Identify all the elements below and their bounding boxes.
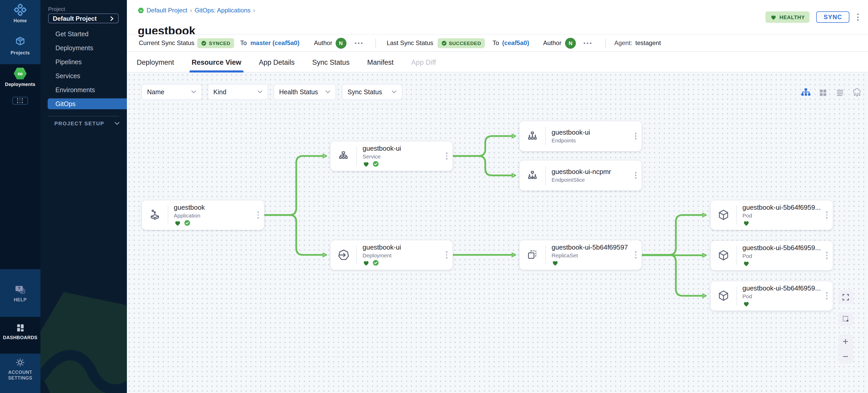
- breadcrumb-link-applications[interactable]: GitOps: Applications: [194, 7, 250, 14]
- deployment-icon: [331, 240, 356, 270]
- commit-more-button[interactable]: [353, 41, 364, 45]
- sync-button[interactable]: SYNC: [816, 11, 849, 23]
- network-view-button[interactable]: [851, 87, 863, 98]
- divider: [375, 39, 376, 47]
- grid-view-button[interactable]: [817, 87, 829, 98]
- agent-label: Agent:: [614, 39, 632, 46]
- selection-mode-button[interactable]: [838, 312, 853, 326]
- header-actions: HEALTHY SYNC: [766, 11, 860, 23]
- rail-item-account-settings[interactable]: ACCOUNT SETTINGS: [0, 357, 40, 381]
- resource-node-deployment[interactable]: guestbook-ui Deployment: [331, 240, 453, 270]
- node-menu-button[interactable]: [633, 131, 638, 141]
- tab-bar: Deployment Resource View App Details Syn…: [127, 52, 868, 72]
- tab-deployment[interactable]: Deployment: [137, 52, 174, 72]
- node-menu-button[interactable]: [824, 250, 829, 260]
- help-chat-icon: ?: [14, 285, 26, 295]
- rail-item-projects[interactable]: Projects: [0, 36, 40, 56]
- infinity-glyph: ∞: [18, 71, 23, 76]
- sidebar-item-gitops[interactable]: GitOps: [48, 98, 127, 109]
- resource-tree-canvas[interactable]: Name Kind Health Status Sync Status: [127, 72, 868, 393]
- rail-item-label: DASHBOARDS: [3, 335, 37, 340]
- tab-resource-view[interactable]: Resource View: [192, 52, 241, 72]
- filter-kind[interactable]: Kind: [208, 84, 268, 100]
- current-revision-link[interactable]: master (ceaf5a0): [250, 39, 299, 46]
- rail-item-help[interactable]: ? HELP: [0, 285, 40, 303]
- grid-dots-icon: [12, 97, 28, 105]
- project-setup-toggle[interactable]: PROJECT SETUP: [54, 121, 120, 126]
- rail-item-label: Home: [13, 18, 27, 24]
- gitops-hexagon-icon: ∞: [138, 7, 144, 13]
- sidebar-item-get-started[interactable]: Get Started: [40, 28, 127, 40]
- sidebar-item-environments[interactable]: Environments: [40, 84, 127, 96]
- service-icon: [331, 141, 356, 171]
- commit-more-button[interactable]: [582, 41, 593, 45]
- author-avatar: N: [565, 37, 576, 48]
- tab-sync-status[interactable]: Sync Status: [312, 52, 349, 72]
- project-selector[interactable]: Default Project: [48, 13, 119, 23]
- chevron-down-icon: [325, 90, 331, 94]
- sidebar-item-services[interactable]: Services: [40, 70, 127, 82]
- synced-check-icon: [372, 260, 379, 266]
- resource-node-pod[interactable]: guestbook-ui-5b64f6959... Pod: [710, 281, 833, 311]
- node-menu-button[interactable]: [256, 210, 260, 220]
- project-sidebar: Project Default Project Get Started Depl…: [40, 0, 127, 393]
- node-menu-button[interactable]: [633, 250, 638, 260]
- rail-item-label: ACCOUNT SETTINGS: [4, 370, 37, 381]
- list-view-button[interactable]: [834, 87, 846, 98]
- node-menu-button[interactable]: [824, 210, 829, 220]
- zoom-out-button[interactable]: [842, 353, 849, 360]
- endpointslice-icon: [520, 161, 545, 190]
- to-label: To: [240, 39, 247, 46]
- node-menu-button[interactable]: [824, 291, 829, 301]
- filter-sync-status[interactable]: Sync Status: [342, 84, 402, 100]
- harness-logo-icon: [14, 4, 26, 16]
- rail-item-dashboards[interactable]: DASHBOARDS: [0, 323, 40, 340]
- breadcrumb-separator: ›: [190, 7, 192, 14]
- rail-item-label: Projects: [11, 50, 30, 56]
- gitops-watermark: [40, 287, 127, 393]
- pod-cube-icon: [710, 200, 736, 230]
- node-menu-button[interactable]: [633, 170, 638, 181]
- synced-check-icon: [184, 220, 190, 227]
- sidebar-item-deployments[interactable]: Deployments: [40, 42, 127, 54]
- tree-connectors: [127, 72, 868, 393]
- sidebar-item-pipelines[interactable]: Pipelines: [40, 56, 127, 68]
- healthy-heart-icon: [742, 301, 750, 307]
- resource-node-pod[interactable]: guestbook-ui-5b64f6959... Pod: [710, 200, 833, 230]
- author-label: Author: [314, 39, 332, 46]
- svg-text:?: ?: [18, 286, 21, 291]
- filter-name[interactable]: Name: [142, 84, 202, 100]
- resource-node-pod[interactable]: guestbook-ui-5b64f6959... Pod: [710, 240, 833, 270]
- health-status-badge: HEALTHY: [766, 11, 810, 23]
- fullscreen-button[interactable]: [838, 290, 853, 304]
- resource-node-endpoints[interactable]: guestbook-ui Endpoints: [520, 121, 642, 151]
- fullscreen-icon: [841, 293, 849, 301]
- filter-health-status[interactable]: Health Status: [274, 84, 336, 100]
- module-switcher-button[interactable]: [0, 97, 40, 105]
- rail-item-label: HELP: [14, 297, 27, 303]
- resource-node-replicaset[interactable]: guestbook-ui-5b64f69597 ReplicaSet: [520, 240, 642, 270]
- rail-item-deployments[interactable]: ∞ Deployments: [0, 67, 40, 87]
- node-menu-button[interactable]: [444, 250, 449, 260]
- rail-item-home[interactable]: Home: [0, 4, 40, 24]
- view-toggles: [800, 87, 863, 98]
- last-revision-link[interactable]: (ceaf5a0): [502, 39, 529, 46]
- module-rail: Home Projects ∞ Deployments: [0, 0, 40, 393]
- tree-view-button[interactable]: [800, 87, 811, 98]
- current-sync-status-label: Current Sync Status: [139, 39, 194, 46]
- resource-node-application[interactable]: guestbook Application: [142, 200, 264, 230]
- node-menu-button[interactable]: [444, 151, 449, 161]
- project-selector-value: Default Project: [53, 15, 97, 22]
- check-circle-icon: [441, 40, 447, 46]
- tab-app-details[interactable]: App Details: [259, 52, 295, 72]
- chevron-down-icon: [191, 90, 196, 94]
- app-menu-button[interactable]: [856, 12, 860, 22]
- replicaset-icon: [520, 240, 545, 270]
- resource-node-service[interactable]: guestbook-ui Service: [331, 141, 453, 171]
- tab-manifest[interactable]: Manifest: [367, 52, 394, 72]
- zoom-in-button[interactable]: [842, 337, 849, 346]
- chevron-down-icon: [392, 90, 397, 94]
- resource-node-endpointslice[interactable]: guestbook-ui-ncpmr EndpointSlice: [520, 161, 642, 190]
- main-content: ∞ Default Project › GitOps: Applications…: [127, 0, 868, 393]
- breadcrumb-link-project[interactable]: Default Project: [147, 7, 187, 14]
